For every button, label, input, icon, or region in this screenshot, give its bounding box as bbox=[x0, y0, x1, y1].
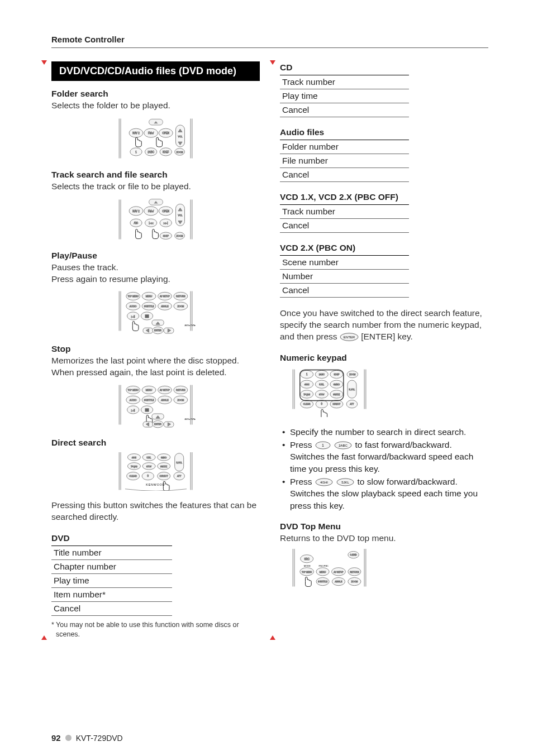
svg-text:FM+/: FM+/ bbox=[148, 209, 154, 212]
heading-dvd-top-menu: DVD Top Menu bbox=[280, 521, 488, 532]
list-item: Press 4GHI 5JKL to slow forward/backward… bbox=[282, 476, 488, 511]
svg-text:AUD▸ DVD▸ TV▸: AUD▸ DVD▸ TV▸ bbox=[184, 324, 196, 327]
svg-rect-64 bbox=[145, 315, 149, 318]
corner-tick-icon bbox=[270, 634, 275, 640]
svg-text:ZOOM: ZOOM bbox=[176, 151, 183, 154]
footer-model: KVT-729DVD bbox=[76, 734, 123, 743]
svg-text:SUBTITLE: SUBTITLE bbox=[144, 305, 154, 308]
table-row: Item number* bbox=[51, 587, 172, 601]
figure-track-search-remote: NAV 2 FM+/ OPEN VOL AM- |◀◀ ▶▶| bbox=[51, 197, 260, 242]
svg-marker-2 bbox=[41, 60, 47, 65]
svg-text:ZOOM: ZOOM bbox=[349, 374, 355, 376]
text-direct-instruction: Once you have switched to the direct sea… bbox=[280, 308, 488, 343]
svg-text:RETURN: RETURN bbox=[176, 295, 185, 298]
key-1-icon: 1 bbox=[315, 441, 331, 449]
table-row: Folder number bbox=[280, 140, 409, 154]
svg-text:▶ⅠⅠ: ▶ⅠⅠ bbox=[131, 409, 135, 412]
heading-direct-search: Direct search bbox=[51, 438, 260, 448]
list-item: Specify the number to search in direct s… bbox=[282, 426, 488, 438]
table-row: Cancel bbox=[280, 168, 409, 182]
svg-text:VOL: VOL bbox=[178, 135, 183, 138]
svg-text:FNC/PBC: FNC/PBC bbox=[318, 564, 329, 567]
svg-text:NAV 2: NAV 2 bbox=[132, 209, 140, 212]
svg-text:7PQRS: 7PQRS bbox=[303, 393, 311, 395]
enter-key-icon: ENTER bbox=[340, 333, 359, 341]
text-folder-search: Selects the folder to be played. bbox=[51, 100, 260, 112]
svg-text:3DEF: 3DEF bbox=[163, 235, 169, 237]
key-5jkl-icon: 5JKL bbox=[336, 478, 355, 486]
table-vcd-pbc-on: Scene number Number Cancel bbox=[280, 255, 409, 298]
svg-text:CLEAR: CLEAR bbox=[129, 475, 136, 477]
svg-text:RETURN: RETURN bbox=[176, 389, 185, 391]
svg-text:ATT: ATT bbox=[350, 403, 354, 405]
corner-tick-icon bbox=[41, 60, 47, 66]
heading-numeric-keypad: Numeric keypad bbox=[280, 353, 488, 363]
svg-text:3DEF: 3DEF bbox=[163, 151, 169, 154]
svg-marker-190 bbox=[270, 635, 275, 640]
svg-text:8TUV: 8TUV bbox=[146, 465, 152, 467]
svg-text:ANGLE: ANGLE bbox=[335, 580, 342, 583]
corner-tick-icon bbox=[270, 60, 275, 66]
heading-vcd-pbc-off: VCD 1.X, VCD 2.X (PBC OFF) bbox=[280, 192, 488, 202]
table-row: Cancel bbox=[51, 601, 172, 615]
svg-text:5JKL: 5JKL bbox=[146, 456, 151, 458]
svg-text:1: 1 bbox=[322, 443, 324, 447]
svg-rect-94 bbox=[145, 408, 149, 412]
svg-text:4GHI: 4GHI bbox=[131, 456, 136, 458]
heading-vcd-pbc-on: VCD 2.X (PBC ON) bbox=[280, 243, 488, 253]
table-row: Scene number bbox=[280, 256, 409, 270]
table-row: Track number bbox=[280, 205, 409, 219]
figure-direct-search-remote: 4GHI 5JKL 6MNO R.VOL 7PQRS 8TUV 9WXYZ CL… bbox=[51, 452, 260, 491]
svg-text:9WXYZ: 9WXYZ bbox=[333, 393, 340, 395]
heading-audio-files-table: Audio files bbox=[280, 127, 488, 137]
table-row: Play time bbox=[280, 89, 409, 103]
svg-text:ANGLE: ANGLE bbox=[161, 305, 169, 308]
text-stop-1: Memorizes the last point where the disc … bbox=[51, 355, 260, 367]
svg-text:2ABC: 2ABC bbox=[147, 151, 154, 154]
svg-text:R.VOL: R.VOL bbox=[176, 461, 182, 463]
text-fragment: Press bbox=[290, 477, 315, 486]
svg-text:NAV 2: NAV 2 bbox=[132, 132, 140, 135]
svg-text:RETURN: RETURN bbox=[350, 571, 359, 573]
svg-text:TOP MENU: TOP MENU bbox=[127, 296, 139, 298]
table-dvd-options: Title number Chapter number Play time It… bbox=[51, 546, 172, 616]
svg-text:AUDIO: AUDIO bbox=[129, 305, 136, 308]
table-row: File number bbox=[280, 154, 409, 168]
corner-tick-icon bbox=[41, 634, 47, 640]
heading-track-search: Track search and file search bbox=[51, 170, 260, 180]
svg-text:KENWOOD: KENWOOD bbox=[146, 483, 165, 486]
heading-cd-table: CD bbox=[280, 63, 488, 73]
svg-text:MENU: MENU bbox=[145, 389, 152, 391]
svg-text:8TUV: 8TUV bbox=[319, 393, 325, 395]
svg-text:2ABC: 2ABC bbox=[319, 373, 325, 376]
footer-dot-icon bbox=[65, 735, 72, 741]
table-row: Chapter number bbox=[51, 559, 172, 573]
svg-text:MODE: MODE bbox=[304, 564, 311, 567]
svg-text:▶▶|: ▶▶| bbox=[164, 222, 168, 224]
svg-text:AUDIO: AUDIO bbox=[129, 399, 136, 401]
svg-text:VOL: VOL bbox=[178, 213, 183, 216]
svg-text:O.BIND: O.BIND bbox=[350, 554, 358, 556]
svg-text:DIRECT: DIRECT bbox=[159, 475, 168, 477]
key-2abc-icon: 2ABC bbox=[334, 441, 353, 449]
svg-text:6MNO: 6MNO bbox=[161, 456, 166, 458]
section-heading-dvd-mode: DVD/VCD/CD/Audio files (DVD mode) bbox=[51, 61, 260, 81]
svg-text:ZOOM: ZOOM bbox=[177, 305, 184, 308]
svg-text:ZOOM: ZOOM bbox=[176, 235, 183, 237]
svg-text:MENU: MENU bbox=[320, 571, 326, 573]
svg-text:AM-: AM- bbox=[134, 222, 139, 224]
svg-text:9WXYZ: 9WXYZ bbox=[160, 465, 168, 467]
svg-text:SRC: SRC bbox=[304, 558, 310, 561]
svg-text:ENTER: ENTER bbox=[154, 423, 161, 425]
key-4ghi-icon: 4GHI bbox=[315, 478, 334, 486]
svg-text:AV SETUP: AV SETUP bbox=[334, 571, 344, 573]
svg-text:AUD▸ DVD▸ TV▸: AUD▸ DVD▸ TV▸ bbox=[184, 418, 196, 420]
svg-text:DIRECT: DIRECT bbox=[333, 403, 341, 405]
page-number: 92 bbox=[51, 733, 61, 743]
svg-text:MENU: MENU bbox=[145, 295, 152, 298]
text-fragment: Press bbox=[290, 440, 315, 449]
table-audio-files-options: Folder number File number Cancel bbox=[280, 140, 409, 182]
table-row: Number bbox=[280, 270, 409, 284]
svg-text:SUBTITLE: SUBTITLE bbox=[318, 581, 328, 583]
table-row: Play time bbox=[51, 573, 172, 587]
